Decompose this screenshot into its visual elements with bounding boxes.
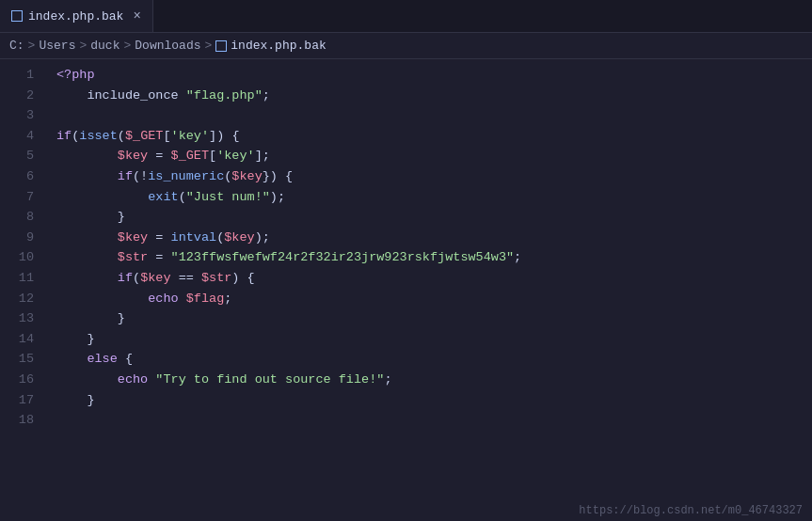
string-token: "123ffwsfwefwf24r2f32ir23jrw923rskfjwtsw… xyxy=(171,250,515,264)
line-number: 2 xyxy=(9,86,34,106)
plain-token xyxy=(56,230,118,245)
plain-token: ; xyxy=(514,250,521,264)
plain-token: ( xyxy=(133,271,140,285)
plain-token xyxy=(56,271,118,285)
line-number: 8 xyxy=(9,207,34,228)
breadcrumb-sep-1: > xyxy=(28,39,36,53)
breadcrumb-duck: duck xyxy=(90,39,119,53)
plain-token: [ xyxy=(163,129,170,143)
line-number: 7 xyxy=(9,187,34,208)
plain-token xyxy=(56,372,118,387)
variable-token: $key xyxy=(118,149,148,163)
editor-area: 123456789101112131415161718 <?php includ… xyxy=(0,59,812,521)
code-line: echo "Try to find out source file!"; xyxy=(47,370,812,390)
variable-token: $key xyxy=(224,230,254,245)
plain-token: ; xyxy=(384,372,391,387)
plain-token xyxy=(179,292,186,306)
keyword-token: else xyxy=(87,352,117,366)
plain-token: ); xyxy=(255,230,270,245)
breadcrumb-downloads: Downloads xyxy=(135,39,200,53)
function-token: isset xyxy=(79,129,118,143)
breadcrumb-users: Users xyxy=(39,39,75,53)
plain-token: } xyxy=(56,311,125,325)
variable-token: $_GET xyxy=(125,129,164,143)
line-number: 10 xyxy=(9,247,34,268)
plain-token: (! xyxy=(133,169,148,183)
code-line: else { xyxy=(47,349,812,370)
code-line: } xyxy=(47,329,812,350)
plain-token: ) { xyxy=(231,271,254,285)
tab-bar: index.php.bak × xyxy=(0,0,812,33)
plain-token: = xyxy=(148,250,170,264)
plain-token: } xyxy=(56,393,95,407)
variable-token: $str xyxy=(118,250,148,264)
line-number: 5 xyxy=(9,146,34,166)
string-token: "Try to find out source file!" xyxy=(155,372,384,387)
plain-token: = xyxy=(148,230,170,245)
plain-token: [ xyxy=(209,149,216,163)
line-number: 15 xyxy=(9,349,34,370)
plain-token xyxy=(56,292,148,306)
string-token: "Just num!" xyxy=(186,190,270,204)
line-number: 4 xyxy=(9,126,34,147)
tab-close-button[interactable]: × xyxy=(133,8,140,24)
breadcrumb-file-icon xyxy=(215,40,227,52)
variable-token: $key xyxy=(140,271,170,285)
code-line: } xyxy=(47,390,812,411)
code-line xyxy=(47,105,812,126)
code-line: if($key == $str) { xyxy=(47,268,812,289)
line-number: 13 xyxy=(9,308,34,329)
php-tag-token: <?php xyxy=(56,68,95,82)
variable-token: $flag xyxy=(186,292,225,306)
plain-token xyxy=(56,149,118,163)
file-icon xyxy=(11,10,23,22)
line-numbers: 123456789101112131415161718 xyxy=(0,59,47,521)
plain-token: == xyxy=(171,271,201,285)
breadcrumb-sep-3: > xyxy=(123,39,131,53)
plain-token: { xyxy=(118,352,133,366)
line-number: 9 xyxy=(9,228,34,248)
plain-token: ]; xyxy=(255,149,270,163)
breadcrumb-file: index.php.bak xyxy=(215,39,326,53)
code-line: $key = intval($key); xyxy=(47,228,812,248)
string-token: 'key' xyxy=(171,129,210,143)
url-bar: https://blog.csdn.net/m0_46743327 xyxy=(579,504,803,517)
plain-token: }) { xyxy=(263,169,293,183)
breadcrumb-sep-2: > xyxy=(79,39,87,53)
keyword-token: if xyxy=(56,129,72,143)
keyword-token: echo xyxy=(148,292,178,306)
code-line: <?php xyxy=(47,65,812,86)
plain-token xyxy=(56,190,148,204)
code-line: include_once "flag.php"; xyxy=(47,86,812,106)
variable-token: $key xyxy=(118,230,148,245)
plain-token: } xyxy=(56,332,95,346)
code-content[interactable]: <?php include_once "flag.php"; if(isset(… xyxy=(47,59,812,521)
plain-token: ; xyxy=(224,292,231,306)
plain-token xyxy=(56,169,118,183)
code-line: if(isset($_GET['key']) { xyxy=(47,126,812,147)
plain-token: } xyxy=(56,210,125,224)
string-token: 'key' xyxy=(216,149,255,163)
code-line: $key = $_GET['key']; xyxy=(47,146,812,166)
line-number: 12 xyxy=(9,289,34,309)
tab-index-php-bak[interactable]: index.php.bak × xyxy=(0,0,153,32)
line-number: 11 xyxy=(9,268,34,289)
line-number: 16 xyxy=(9,370,34,390)
string-token: "flag.php" xyxy=(186,88,263,103)
code-line: if(!is_numeric($key}) { xyxy=(47,166,812,187)
plain-token xyxy=(56,352,87,366)
line-number: 14 xyxy=(9,329,34,350)
plain-token: ]) { xyxy=(209,129,239,143)
code-line xyxy=(47,410,812,431)
breadcrumb: C: > Users > duck > Downloads > index.ph… xyxy=(0,33,812,59)
plain-token: ( xyxy=(118,129,125,143)
line-number: 6 xyxy=(9,166,34,187)
line-number: 17 xyxy=(9,390,34,411)
breadcrumb-drive: C: xyxy=(9,39,24,53)
variable-token: $key xyxy=(231,169,262,183)
variable-token: $str xyxy=(201,271,231,285)
breadcrumb-sep-4: > xyxy=(205,39,213,53)
line-number: 1 xyxy=(9,65,34,86)
plain-token xyxy=(56,250,118,264)
plain-token: ; xyxy=(263,88,270,103)
